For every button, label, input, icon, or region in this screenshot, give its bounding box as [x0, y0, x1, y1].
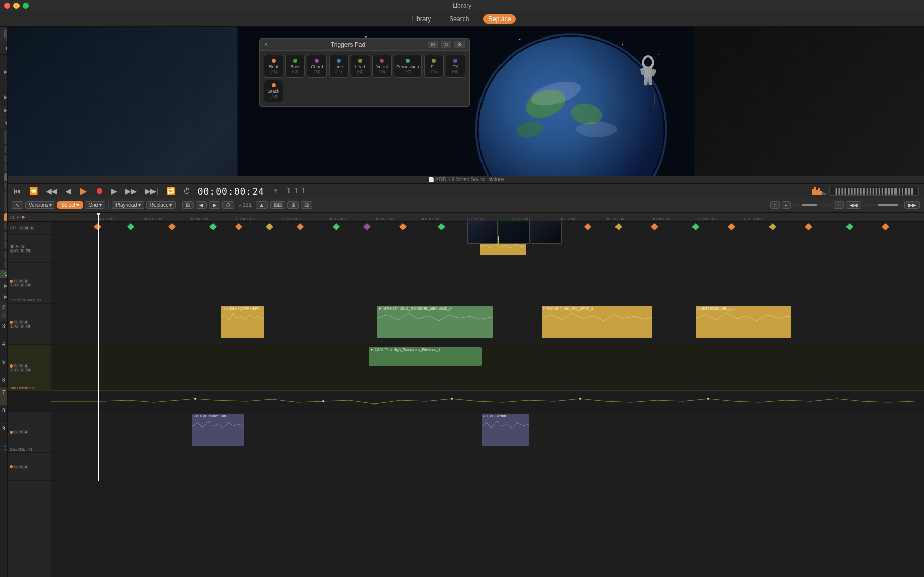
replace-nav-btn[interactable]: Replace — [483, 14, 516, 24]
clip[interactable]: ►-8:A Heart Issue_Transitions_Suck Back_… — [377, 306, 493, 338]
bpm-snaps-btn[interactable]: ⊞⊟ — [270, 201, 285, 209]
nudge-left-btn[interactable]: ◀ — [196, 201, 207, 209]
settings-pad-btn[interactable]: ⚙ — [454, 41, 465, 48]
zoom-fit-btn[interactable]: ↕ — [770, 201, 780, 209]
t2-r-btn[interactable]: R — [20, 249, 24, 253]
tl-tool4[interactable]: ⊟ — [301, 201, 312, 209]
t4-c-btn[interactable]: C — [14, 324, 19, 328]
all-a-btn[interactable]: A — [30, 226, 34, 230]
marker[interactable] — [127, 223, 134, 230]
record-btn[interactable]: ⏺ — [94, 185, 104, 197]
pad-fill[interactable]: Fill (^8) — [424, 55, 444, 78]
genre-comedy[interactable]: Comedy — [4, 173, 8, 181]
play-btn[interactable]: ▶ — [79, 184, 88, 198]
feels-section[interactable]: ▶ Feels — [0, 105, 8, 116]
albums-section[interactable]: ▶ Albums — [0, 281, 8, 292]
clip[interactable]: A Heart Issue_Hits_O... — [696, 306, 791, 338]
genre-horror[interactable]: Horror — [4, 241, 8, 249]
pad-stack[interactable]: Stack (^0) — [264, 80, 283, 102]
dg-m-btn[interactable]: M — [18, 430, 24, 434]
marker[interactable] — [882, 223, 889, 230]
t4-m-btn[interactable]: M — [18, 320, 24, 324]
genre-techno[interactable]: Techno — [4, 251, 8, 259]
grid-btn[interactable]: Grid ▾ — [85, 201, 105, 209]
marker[interactable] — [94, 223, 101, 230]
marker[interactable] — [363, 223, 371, 230]
marker[interactable] — [584, 223, 591, 230]
t4-r-btn[interactable]: R — [20, 324, 24, 328]
refresh-btn[interactable]: ↻ — [441, 41, 451, 48]
triggers-close-btn[interactable]: ✕ — [264, 41, 268, 48]
pad-bass[interactable]: Bass (^2) — [285, 55, 305, 78]
marker[interactable] — [333, 223, 340, 230]
genre-action[interactable]: Action — [4, 145, 8, 153]
pad-beat[interactable]: Beat (^1) — [264, 55, 283, 78]
t4-s-btn[interactable]: S — [13, 320, 18, 324]
ht-a-btn[interactable]: A — [24, 364, 29, 368]
t2-lcr-btn[interactable]: L — [10, 249, 14, 253]
genres-header[interactable]: ▼ Genres — [0, 118, 8, 129]
composers-section[interactable]: ▶ Composers — [0, 292, 8, 302]
t2-fx-btn[interactable]: FX — [25, 249, 31, 253]
pad-line[interactable]: Line (^4) — [329, 55, 349, 78]
align-btn[interactable]: ⊞ — [182, 201, 194, 209]
ht-fx-btn[interactable]: FX — [25, 368, 31, 372]
sc-fx-btn[interactable]: FX — [25, 283, 31, 287]
marker[interactable] — [438, 223, 445, 230]
pad-lead[interactable]: Lead (^5) — [351, 55, 370, 78]
genre-thriller[interactable]: Thriller — [4, 260, 8, 268]
select-btn[interactable]: Select ▾ — [57, 201, 83, 209]
h-zoom-out-btn[interactable]: ◀◀ — [846, 201, 861, 209]
sc-m-btn[interactable]: M — [18, 279, 24, 283]
marker[interactable] — [846, 223, 853, 230]
versions-btn[interactable]: Versions ▾ — [25, 201, 55, 209]
clip[interactable]: -8.0 dB Scann... — [482, 414, 529, 446]
nudge-right-btn[interactable]: ▶ — [209, 201, 220, 209]
library-nav-btn[interactable]: Library — [408, 14, 435, 24]
source-soundpacks[interactable]: ▶ Source: Sound Packs (26 selected) — [0, 55, 8, 89]
t2-s-btn[interactable]: S — [10, 245, 14, 248]
genre-drama[interactable]: Drama — [4, 182, 8, 190]
genre-emotional-1[interactable]: Emotional — [4, 222, 8, 230]
ht-m-btn[interactable]: M — [18, 364, 24, 368]
marker[interactable] — [235, 223, 242, 230]
genre-80spop[interactable]: 80s Pop — [4, 130, 8, 144]
bt-m-btn[interactable]: M — [18, 465, 24, 469]
close-button[interactable] — [4, 3, 10, 9]
table-row-playing[interactable]: 7 EDM_Electro Trap Music Beat Pattern ED… — [0, 388, 7, 406]
bt-a-btn[interactable]: A — [24, 465, 29, 469]
rewind-to-start-btn[interactable]: ⏮ — [13, 186, 22, 196]
sc-l-btn[interactable]: L — [10, 283, 14, 287]
playhead-btn[interactable]: Playhead ▾ — [112, 201, 144, 209]
fwd-frame-btn[interactable]: ▶ — [110, 186, 118, 196]
zoom-out-btn[interactable]: - — [782, 201, 791, 209]
bt-s-btn[interactable]: S — [13, 465, 18, 469]
genre-cinematic[interactable]: Cinematic — [4, 164, 8, 172]
dg-s-btn[interactable]: S — [13, 430, 18, 434]
ht-l-btn[interactable]: L — [10, 368, 14, 372]
marker[interactable] — [297, 223, 304, 230]
search-nav-btn[interactable]: Search — [445, 14, 473, 24]
t2-m-btn[interactable]: M — [15, 245, 20, 248]
marker[interactable] — [266, 223, 273, 230]
sc-r2-btn[interactable]: R — [20, 283, 24, 287]
genre-ambient[interactable]: Ambient — [4, 155, 8, 163]
marker[interactable] — [615, 223, 622, 230]
loop-btn[interactable]: 🔁 — [165, 186, 176, 196]
t4-a-btn[interactable]: A — [24, 320, 29, 324]
t2-c-btn[interactable]: C — [14, 249, 19, 253]
table-row[interactable]: 5 EDM_Big Electric Music Beat Pattern ED… — [0, 357, 7, 375]
timer-btn[interactable]: ⏱ — [182, 186, 191, 196]
table-row[interactable]: 8 EDM_Big Electric Music Beat Pattern ED… — [0, 406, 7, 424]
marker[interactable] — [805, 223, 812, 230]
table-row[interactable]: 9 EDM_Electro Trap Music Beat Pattern ED… — [0, 424, 7, 441]
clip[interactable]: Presence of Hail_Hits_Swish_3 — [542, 306, 652, 338]
h-zoom-in-btn[interactable]: ▶▶ — [904, 201, 920, 209]
marker[interactable] — [651, 223, 658, 230]
marker[interactable] — [769, 223, 776, 230]
ht-c-btn[interactable]: C — [14, 368, 19, 372]
sc-cr-btn[interactable]: C — [14, 283, 19, 287]
timeline-tracks[interactable]: 00:02.000 00:04.000 00:06.000 00:08.000 … — [51, 213, 924, 577]
genre-edm[interactable]: EDM — [4, 213, 8, 221]
ht-r-btn[interactable]: R — [20, 368, 24, 372]
